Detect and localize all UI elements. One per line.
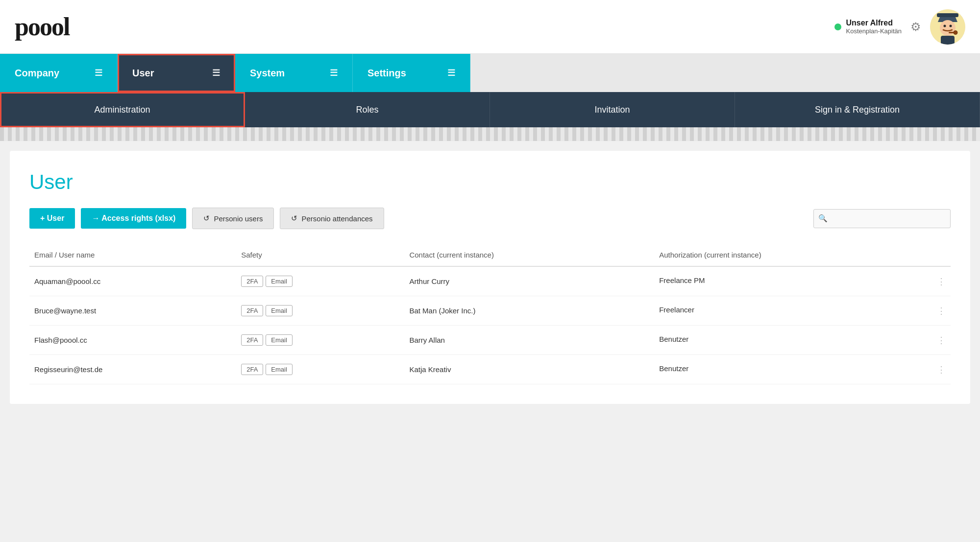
cell-email: Aquaman@poool.cc <box>29 266 236 296</box>
table-row: Regisseurin@test.de2FAEmailKatja Kreativ… <box>29 355 951 384</box>
hamburger-icon-user: ☰ <box>212 68 220 78</box>
user-name: Unser Alfred <box>846 19 902 27</box>
nav-rest <box>470 54 980 92</box>
gear-icon[interactable]: ⚙ <box>910 20 921 34</box>
refresh-icon-personio: ↺ <box>203 214 210 223</box>
svg-rect-8 <box>941 36 955 45</box>
hamburger-icon-settings: ☰ <box>447 68 455 78</box>
action-bar: + User → Access rights (xlsx) ↺ Personio… <box>29 208 951 229</box>
cell-safety: 2FAEmail <box>236 266 404 296</box>
safety-badge: 2FA <box>241 276 263 287</box>
user-role: Kostenplan-Kapitän <box>846 27 902 35</box>
safety-badge: Email <box>266 276 293 287</box>
col-contact: Contact (current instance) <box>404 244 654 266</box>
access-rights-button[interactable]: → Access rights (xlsx) <box>81 208 186 229</box>
cell-email: Flash@poool.cc <box>29 326 236 355</box>
refresh-icon-attendances: ↺ <box>291 214 297 223</box>
user-table: Email / User name Safety Contact (curren… <box>29 244 951 384</box>
user-info: Unser Alfred Kostenplan-Kapitän <box>834 19 902 35</box>
cell-contact: Katja Kreativ <box>404 355 654 384</box>
svg-point-7 <box>954 30 957 34</box>
cell-contact: Bat Man (Joker Inc.) <box>404 296 654 326</box>
delete-icon[interactable]: ⋮ <box>937 364 946 375</box>
safety-badge: 2FA <box>241 334 263 346</box>
user-status-dot <box>834 24 841 30</box>
col-email: Email / User name <box>29 244 236 266</box>
page-title: User <box>29 170 951 194</box>
main-content: User + User → Access rights (xlsx) ↺ Per… <box>10 151 970 404</box>
search-icon: 🔍 <box>818 214 828 223</box>
user-text: Unser Alfred Kostenplan-Kapitän <box>846 19 902 35</box>
header: poool Unser Alfred Kostenplan-Kapitän ⚙ <box>0 0 980 54</box>
safety-badge: Email <box>266 334 293 346</box>
sub-nav-roles[interactable]: Roles <box>245 92 490 127</box>
table-header-row: Email / User name Safety Contact (curren… <box>29 244 951 266</box>
cell-contact: Barry Allan <box>404 326 654 355</box>
nav-tab-system-label: System <box>250 68 285 79</box>
nav-tab-system[interactable]: System ☰ <box>235 54 353 92</box>
nav-tabs: Company ☰ User ☰ System ☰ Settings ☰ <box>0 54 980 92</box>
cell-authorization: Benutzer⋮ <box>654 355 951 384</box>
add-user-button[interactable]: + User <box>29 208 75 229</box>
svg-point-4 <box>944 24 946 27</box>
delete-icon[interactable]: ⋮ <box>937 335 946 346</box>
nav-tab-settings[interactable]: Settings ☰ <box>353 54 470 92</box>
svg-point-3 <box>940 20 956 36</box>
nav-tab-company[interactable]: Company ☰ <box>0 54 118 92</box>
nav-tab-user-label: User <box>132 68 154 79</box>
sub-nav-administration[interactable]: Administration <box>0 92 245 127</box>
cell-authorization: Freelance PM⋮ <box>654 266 951 296</box>
svg-rect-1 <box>937 13 958 17</box>
cell-safety: 2FAEmail <box>236 326 404 355</box>
sub-nav-invitation[interactable]: Invitation <box>490 92 735 127</box>
cell-authorization: Benutzer⋮ <box>654 326 951 355</box>
table-row: Aquaman@poool.cc2FAEmailArthur CurryFree… <box>29 266 951 296</box>
decorative-stripe <box>0 127 980 141</box>
hamburger-icon: ☰ <box>95 68 102 78</box>
delete-icon[interactable]: ⋮ <box>937 306 946 316</box>
safety-badge: Email <box>266 364 293 375</box>
col-authorization: Authorization (current instance) <box>654 244 951 266</box>
nav-tab-settings-label: Settings <box>368 68 406 79</box>
brand-logo: poool <box>15 12 69 41</box>
safety-badge: 2FA <box>241 305 263 316</box>
safety-badge: 2FA <box>241 364 263 375</box>
hamburger-icon-system: ☰ <box>330 68 338 78</box>
personio-users-button[interactable]: ↺ Personio users <box>192 208 274 229</box>
cell-safety: 2FAEmail <box>236 355 404 384</box>
header-right: Unser Alfred Kostenplan-Kapitän ⚙ <box>834 9 965 45</box>
search-input[interactable] <box>813 209 951 228</box>
safety-badge: Email <box>266 305 293 316</box>
svg-point-5 <box>950 24 952 27</box>
table-row: Bruce@wayne.test2FAEmailBat Man (Joker I… <box>29 296 951 326</box>
cell-safety: 2FAEmail <box>236 296 404 326</box>
search-wrapper: 🔍 <box>813 209 951 228</box>
table-row: Flash@poool.cc2FAEmailBarry AllanBenutze… <box>29 326 951 355</box>
col-safety: Safety <box>236 244 404 266</box>
cell-contact: Arthur Curry <box>404 266 654 296</box>
cell-authorization: Freelancer⋮ <box>654 296 951 326</box>
personio-attendances-button[interactable]: ↺ Personio attendances <box>280 208 384 229</box>
cell-email: Bruce@wayne.test <box>29 296 236 326</box>
cell-email: Regisseurin@test.de <box>29 355 236 384</box>
avatar <box>930 9 965 45</box>
nav-tab-company-label: Company <box>15 68 59 79</box>
sub-nav: Administration Roles Invitation Sign in … <box>0 92 980 127</box>
sub-nav-sign-in[interactable]: Sign in & Registration <box>735 92 980 127</box>
nav-tab-user[interactable]: User ☰ <box>118 54 235 92</box>
delete-icon[interactable]: ⋮ <box>937 276 946 287</box>
